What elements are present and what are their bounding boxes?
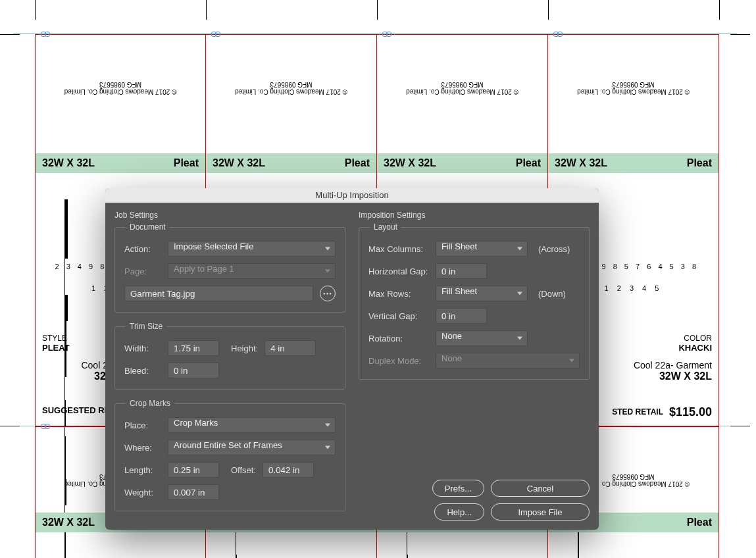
vgap-field[interactable] bbox=[436, 308, 487, 324]
crop-group: Crop Marks Place: Crop Marks Where: Arou… bbox=[114, 399, 345, 511]
down-label: (Down) bbox=[538, 289, 566, 299]
trim-group: Trim Size Width: Height: Bleed: bbox=[114, 322, 345, 390]
place-select[interactable]: Crop Marks bbox=[168, 417, 336, 433]
document-legend: Document bbox=[126, 222, 170, 232]
link-icon bbox=[553, 31, 563, 38]
vgap-label: Vertical Gap: bbox=[368, 311, 429, 321]
link-icon bbox=[382, 31, 391, 38]
impose-file-button[interactable]: Impose File bbox=[491, 503, 590, 520]
width-label: Width: bbox=[124, 343, 161, 353]
length-label: Length: bbox=[124, 465, 161, 475]
height-field[interactable] bbox=[265, 340, 316, 356]
hgap-field[interactable] bbox=[436, 263, 487, 279]
weight-field[interactable] bbox=[168, 484, 219, 500]
duplex-select: None bbox=[436, 353, 580, 368]
hgap-label: Horizontal Gap: bbox=[368, 266, 429, 276]
length-field[interactable] bbox=[168, 462, 219, 478]
document-group: Document Action: Impose Selected File Pa… bbox=[114, 222, 345, 313]
offset-field[interactable] bbox=[263, 462, 314, 478]
multi-up-dialog: Multi-Up Imposition Job Settings Documen… bbox=[105, 188, 599, 530]
prefs-button[interactable]: Prefs... bbox=[432, 480, 484, 497]
link-icon bbox=[41, 31, 50, 38]
maxrows-select[interactable]: Fill Sheet bbox=[436, 286, 528, 301]
link-icon bbox=[41, 423, 50, 430]
height-label: Height: bbox=[231, 343, 258, 353]
across-label: (Across) bbox=[538, 244, 570, 254]
layout-group: Layout Max Columns: Fill Sheet (Across) … bbox=[359, 222, 590, 380]
offset-label: Offset: bbox=[231, 465, 256, 475]
maxrows-label: Max Rows: bbox=[368, 289, 429, 299]
file-field[interactable] bbox=[124, 286, 313, 301]
place-label: Place: bbox=[124, 420, 161, 430]
where-label: Where: bbox=[124, 443, 161, 453]
imposition-settings-header: Imposition Settings bbox=[359, 211, 590, 220]
action-label: Action: bbox=[124, 244, 161, 254]
width-field[interactable] bbox=[168, 340, 219, 356]
page-select: Apply to Page 1 bbox=[168, 263, 336, 279]
bleed-field[interactable] bbox=[168, 363, 219, 378]
weight-label: Weight: bbox=[124, 488, 161, 497]
maxcols-select[interactable]: Fill Sheet bbox=[436, 241, 528, 257]
help-button[interactable]: Help... bbox=[434, 503, 484, 520]
duplex-label: Duplex Mode: bbox=[368, 356, 429, 366]
browse-button[interactable]: ●●● bbox=[320, 286, 336, 301]
page-label: Page: bbox=[124, 266, 161, 276]
layout-legend: Layout bbox=[370, 222, 401, 232]
maxcols-label: Max Columns: bbox=[368, 244, 429, 254]
bleed-label: Bleed: bbox=[124, 366, 161, 376]
where-select[interactable]: Around Entire Set of Frames bbox=[168, 440, 336, 455]
link-icon bbox=[211, 31, 220, 38]
job-settings-header: Job Settings bbox=[114, 211, 345, 220]
crop-legend: Crop Marks bbox=[126, 399, 174, 408]
dialog-title: Multi-Up Imposition bbox=[105, 188, 599, 203]
cancel-button[interactable]: Cancel bbox=[491, 480, 590, 497]
rotation-select[interactable]: None bbox=[436, 330, 528, 346]
action-select[interactable]: Impose Selected File bbox=[168, 241, 336, 257]
rotation-label: Rotation: bbox=[368, 334, 429, 343]
trim-legend: Trim Size bbox=[126, 322, 166, 331]
